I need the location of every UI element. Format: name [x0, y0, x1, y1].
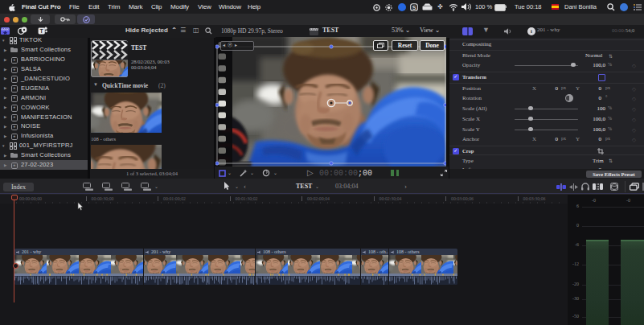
svg-text:S: S — [412, 5, 416, 10]
svg-text:T: T — [40, 28, 44, 34]
